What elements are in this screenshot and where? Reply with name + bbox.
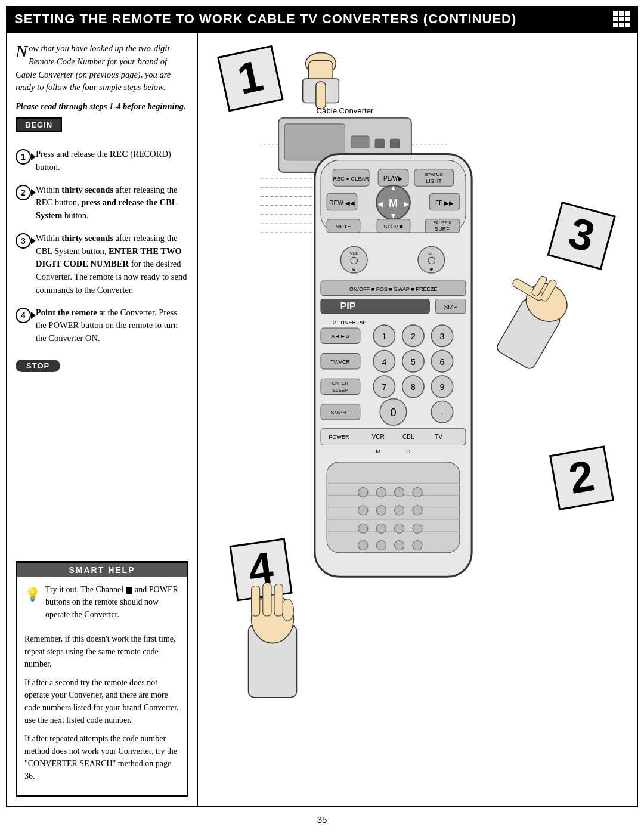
- step-4: 4 Point the remote at the Converter. Pre…: [16, 306, 188, 345]
- svg-text:POWER: POWER: [329, 434, 349, 440]
- svg-rect-14: [351, 136, 369, 148]
- bold-instruction: Please read through steps 1-4 before beg…: [16, 101, 188, 112]
- svg-rect-16: [390, 139, 399, 148]
- svg-text:FF ▶▶: FF ▶▶: [435, 200, 454, 206]
- svg-text:TV/VCR: TV/VCR: [330, 359, 351, 365]
- svg-text:SIZE: SIZE: [444, 304, 457, 311]
- svg-text:MUTE: MUTE: [336, 224, 351, 230]
- svg-text:▲: ▲: [389, 184, 397, 192]
- svg-point-114: [395, 487, 404, 497]
- svg-text:REC ● CLEAR: REC ● CLEAR: [333, 176, 370, 182]
- svg-text:◯: ◯: [350, 256, 358, 264]
- channel-icon: [126, 587, 132, 594]
- svg-rect-133: [274, 584, 283, 616]
- svg-text:·: ·: [441, 408, 444, 417]
- step-1: 1 Press and release the REC (RECORD) but…: [16, 148, 188, 174]
- svg-text:8: 8: [411, 382, 416, 392]
- svg-rect-131: [252, 586, 260, 616]
- svg-text:TV: TV: [435, 433, 442, 440]
- svg-point-117: [376, 506, 386, 515]
- svg-rect-15: [375, 139, 384, 148]
- grid-icon: [613, 11, 630, 27]
- svg-text:STATUS: STATUS: [425, 172, 443, 177]
- svg-text:⊕: ⊕: [352, 267, 356, 272]
- svg-text:LIGHT: LIGHT: [426, 178, 442, 184]
- svg-text:PAUSE II: PAUSE II: [434, 221, 451, 225]
- svg-point-120: [358, 524, 368, 533]
- svg-point-119: [413, 506, 422, 515]
- step-3: 3 Within thirty seconds after releasing …: [16, 232, 188, 297]
- svg-text:O: O: [406, 448, 410, 454]
- svg-text:SMART: SMART: [331, 410, 350, 416]
- svg-text:◯: ◯: [428, 256, 435, 264]
- svg-text:SURF: SURF: [435, 226, 450, 232]
- page-title: Setting the Remote to Work Cable TV Conv…: [14, 11, 516, 27]
- begin-badge: BEGIN: [16, 117, 62, 132]
- svg-text:▶: ▶: [404, 200, 410, 208]
- smart-help-section: Smart Help 💡 Try it out. The Channel and…: [16, 561, 188, 797]
- svg-point-126: [395, 541, 404, 550]
- svg-text:9: 9: [440, 382, 445, 392]
- svg-text:▼: ▼: [389, 212, 397, 220]
- svg-text:0: 0: [390, 407, 396, 419]
- svg-rect-132: [263, 583, 271, 616]
- step-2-number: 2: [16, 185, 31, 200]
- main-content: Now that you have looked up the two-digi…: [6, 32, 638, 807]
- svg-text:VCR: VCR: [372, 433, 385, 440]
- svg-text:2 TUNER PIP: 2 TUNER PIP: [333, 320, 366, 326]
- svg-text:M: M: [376, 448, 380, 454]
- svg-text:1: 1: [382, 332, 386, 341]
- step-1-number: 1: [16, 149, 31, 165]
- lightbulb-icon: 💡: [24, 584, 41, 604]
- svg-rect-63: [321, 299, 429, 314]
- smart-help-p3: If after a second try the remote does no…: [24, 676, 179, 726]
- svg-text:5: 5: [411, 357, 416, 367]
- svg-point-113: [376, 487, 386, 497]
- svg-text:ON/OFF ■ POS ■ SWAP ■ FREEZE: ON/OFF ■ POS ■ SWAP ■ FREEZE: [349, 286, 438, 292]
- left-panel: Now that you have looked up the two-digi…: [7, 33, 198, 806]
- svg-text:REW ◀◀: REW ◀◀: [329, 200, 354, 206]
- step-3-number: 3: [16, 233, 31, 249]
- svg-text:⊕: ⊕: [429, 267, 434, 272]
- remote-illustration: 1 3 2 4: [198, 33, 637, 806]
- smart-help-p4: If after repeated attempts the code numb…: [24, 732, 179, 782]
- drop-cap: N: [16, 42, 27, 60]
- svg-rect-11: [316, 82, 326, 109]
- svg-text:7: 7: [382, 382, 386, 392]
- svg-text:SLEEP: SLEEP: [332, 388, 348, 393]
- svg-text:3: 3: [440, 332, 445, 341]
- svg-point-122: [395, 524, 404, 533]
- svg-point-124: [358, 541, 368, 550]
- page-header: Setting the Remote to Work Cable TV Conv…: [6, 6, 638, 32]
- svg-text:A◄►B: A◄►B: [331, 333, 349, 339]
- step-2: 2 Within thirty seconds after releasing …: [16, 184, 188, 222]
- svg-point-127: [413, 541, 422, 550]
- svg-point-115: [413, 487, 422, 497]
- svg-point-118: [395, 506, 404, 515]
- svg-text:2: 2: [411, 332, 416, 341]
- svg-point-125: [376, 541, 386, 550]
- stop-badge: STOP: [16, 360, 60, 372]
- svg-text:PLAY▶: PLAY▶: [383, 175, 403, 182]
- svg-text:6: 6: [440, 357, 445, 367]
- right-panel: 1 3 2 4: [198, 33, 637, 806]
- step-3-text: Within thirty seconds after releasing th…: [36, 232, 188, 297]
- svg-point-121: [376, 524, 386, 533]
- svg-point-116: [358, 506, 368, 515]
- svg-point-112: [358, 487, 368, 497]
- step-4-number: 4: [16, 308, 31, 323]
- intro-text: Now that you have looked up the two-digi…: [16, 42, 188, 94]
- lightbulb-row: 💡 Try it out. The Channel and POWER butt…: [24, 583, 179, 627]
- svg-text:Cable Converter: Cable Converter: [317, 106, 374, 115]
- smart-help-header: Smart Help: [17, 563, 187, 577]
- svg-point-130: [281, 599, 293, 621]
- step-4-text: Point the remote at the Converter. Press…: [36, 306, 188, 345]
- smart-help-p2: Remember, if this doesn't work the first…: [24, 633, 179, 670]
- svg-text:PIP: PIP: [340, 301, 356, 311]
- svg-text:CBL: CBL: [402, 433, 414, 440]
- page-number: 35: [0, 807, 644, 829]
- svg-text:ENTER: ENTER: [332, 380, 349, 386]
- svg-text:◀: ◀: [377, 200, 383, 208]
- step-2-text: Within thirty seconds after releasing th…: [36, 184, 188, 222]
- svg-text:4: 4: [382, 357, 386, 367]
